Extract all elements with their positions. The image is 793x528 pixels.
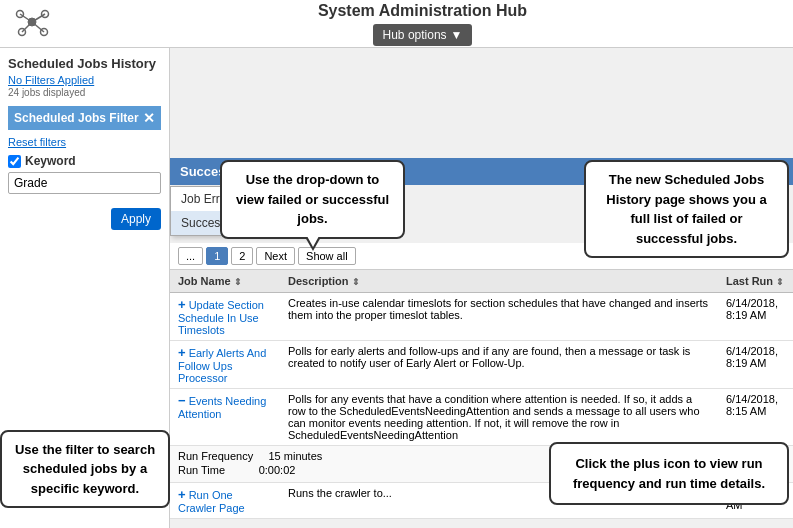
keyword-checkbox[interactable] bbox=[8, 155, 21, 168]
top-callout: Use the drop-down to view failed or succ… bbox=[220, 160, 405, 239]
sort-job-name-icon[interactable]: ⇕ bbox=[234, 277, 242, 287]
main-layout: Scheduled Jobs History No Filters Applie… bbox=[0, 48, 793, 528]
sort-description-icon[interactable]: ⇕ bbox=[352, 277, 360, 287]
description-cell: Creates in-use calendar timeslots for se… bbox=[280, 293, 718, 341]
no-filters-link[interactable]: No Filters Applied bbox=[8, 74, 94, 86]
keyword-input[interactable] bbox=[8, 172, 161, 194]
job-name-cell: + Update Section Schedule In Use Timeslo… bbox=[170, 293, 280, 341]
callout-arrow-inner bbox=[307, 236, 319, 247]
expand-icon[interactable]: + bbox=[178, 345, 186, 360]
table-row: + Early Alerts And Follow Ups Processor … bbox=[170, 341, 793, 389]
description-cell: Polls for early alerts and follow-ups an… bbox=[280, 341, 718, 389]
last-run-cell: 6/14/2018, 8:19 AM bbox=[718, 341, 793, 389]
sidebar-title: Scheduled Jobs History bbox=[8, 56, 161, 71]
job-name-link[interactable]: Run One Crawler Page bbox=[178, 489, 245, 514]
filter-title: Scheduled Jobs Filter bbox=[14, 111, 139, 125]
chevron-down-icon: ▼ bbox=[451, 28, 463, 42]
collapse-icon[interactable]: − bbox=[178, 393, 186, 408]
hub-options-button[interactable]: Hub options ▼ bbox=[373, 24, 473, 46]
page-title: System Administration Hub bbox=[318, 2, 527, 20]
bottom-callout: Click the plus icon to view run frequenc… bbox=[549, 442, 789, 505]
sort-last-run-icon[interactable]: ⇕ bbox=[776, 277, 784, 287]
content-wrapper: Use the drop-down to view failed or succ… bbox=[170, 158, 793, 528]
jobs-count: 24 jobs displayed bbox=[8, 87, 161, 98]
keyword-label: Keyword bbox=[8, 154, 161, 168]
last-run-cell: 6/14/2018, 8:15 AM bbox=[718, 389, 793, 446]
description-cell: Polls for any events that have a conditi… bbox=[280, 389, 718, 446]
col-last-run: Last Run ⇕ bbox=[718, 270, 793, 293]
table-row: + Update Section Schedule In Use Timeslo… bbox=[170, 293, 793, 341]
right-callout: The new Scheduled Jobs History page show… bbox=[584, 160, 789, 258]
expand-icon[interactable]: + bbox=[178, 297, 186, 312]
page-2-button[interactable]: 2 bbox=[231, 247, 253, 265]
col-job-name: Job Name ⇕ bbox=[170, 270, 280, 293]
job-name-cell: + Early Alerts And Follow Ups Processor bbox=[170, 341, 280, 389]
table-row: − Events Needing Attention Polls for any… bbox=[170, 389, 793, 446]
logo bbox=[12, 4, 52, 43]
sidebar: Scheduled Jobs History No Filters Applie… bbox=[0, 48, 170, 528]
job-name-link[interactable]: Update Section Schedule In Use Timeslots bbox=[178, 299, 264, 336]
job-name-link[interactable]: Events Needing Attention bbox=[178, 395, 266, 420]
job-name-cell: − Events Needing Attention bbox=[170, 389, 280, 446]
job-name-link[interactable]: Early Alerts And Follow Ups Processor bbox=[178, 347, 266, 384]
job-name-cell: + Run One Crawler Page bbox=[170, 483, 280, 519]
prev-page-button[interactable]: ... bbox=[178, 247, 203, 265]
page-1-button[interactable]: 1 bbox=[206, 247, 228, 265]
filter-close-button[interactable]: ✕ bbox=[143, 110, 155, 126]
header: System Administration Hub Hub options ▼ bbox=[0, 0, 793, 48]
svg-line-7 bbox=[22, 22, 32, 32]
last-run-cell: 6/14/2018, 8:19 AM bbox=[718, 293, 793, 341]
expand-icon[interactable]: + bbox=[178, 487, 186, 502]
apply-button[interactable]: Apply bbox=[111, 208, 161, 230]
sidebar-bottom-callout: Use the filter to search scheduled jobs … bbox=[0, 430, 170, 509]
filter-header: Scheduled Jobs Filter ✕ bbox=[8, 106, 161, 130]
col-description: Description ⇕ bbox=[280, 270, 718, 293]
svg-line-8 bbox=[32, 22, 44, 32]
keyword-filter-section: Keyword bbox=[8, 154, 161, 200]
table-header: Job Name ⇕ Description ⇕ Last Run ⇕ bbox=[170, 270, 793, 293]
hub-options-label: Hub options bbox=[383, 28, 447, 42]
next-page-button[interactable]: Next bbox=[256, 247, 295, 265]
content-area: Use the drop-down to view failed or succ… bbox=[170, 48, 793, 528]
reset-filters-link[interactable]: Reset filters bbox=[8, 136, 161, 148]
